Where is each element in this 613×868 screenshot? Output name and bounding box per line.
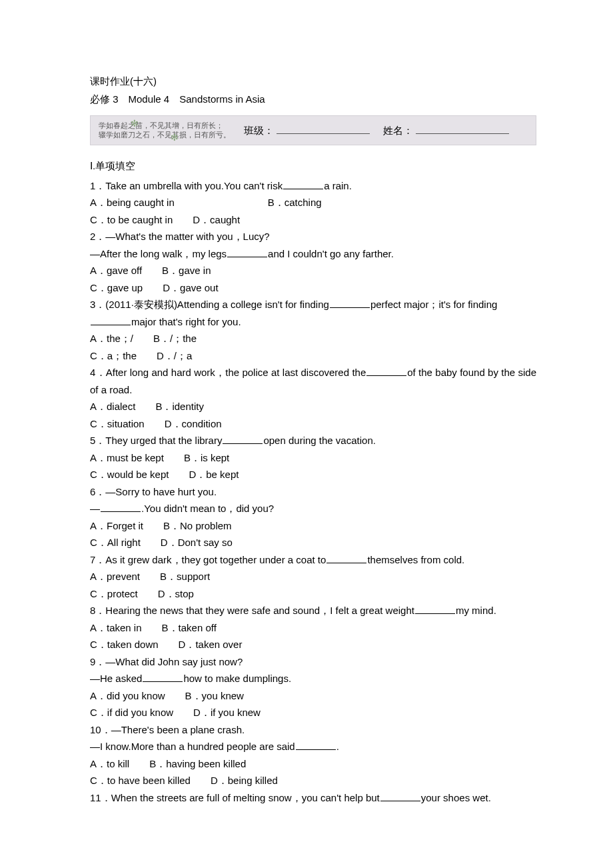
stem-text: —After the long walk，my legs: [90, 248, 227, 259]
option-a[interactable]: A．gave off: [90, 262, 142, 279]
option-row: A．dialectB．identity: [90, 398, 536, 415]
option-a[interactable]: A．did you know: [90, 687, 165, 705]
option-a[interactable]: A．Forget it: [90, 517, 143, 535]
fill-blank[interactable]: [223, 435, 263, 444]
option-b[interactable]: B．catching: [268, 194, 322, 211]
option-b[interactable]: B．having been killed: [149, 755, 246, 773]
banner-motto: 学如春起之苗，不见其增，日有所长； 辍学如磨刀之石，不见其损，日有所亏。: [99, 121, 244, 139]
question-4: 4．After long and hard work，the police at…: [90, 364, 536, 432]
option-c[interactable]: C．if did you know: [90, 704, 173, 721]
question-7: 7．As it grew dark，they got together unde…: [90, 551, 536, 603]
fill-blank[interactable]: [366, 367, 406, 376]
option-c[interactable]: C．All right: [90, 534, 141, 551]
option-row: A．must be keptB．is kept: [90, 449, 536, 467]
option-b[interactable]: B．identity: [155, 398, 204, 415]
option-c[interactable]: C．taken down: [90, 636, 159, 653]
question-9: 9．—What did John say just now?—He askedh…: [90, 653, 536, 721]
stem-text: ．Hearing the news that they were safe an…: [95, 605, 414, 616]
option-c[interactable]: C．would be kept: [90, 466, 169, 483]
fill-blank[interactable]: [143, 673, 183, 682]
stem-text: and I couldn't go any farther.: [268, 248, 394, 259]
stem-text: perfect major；it's for finding: [370, 299, 497, 310]
option-d[interactable]: D．caught: [193, 211, 240, 229]
fill-blank[interactable]: [380, 793, 420, 801]
option-row: C．situationD．condition: [90, 415, 536, 433]
question-6: 6．—Sorry to have hurt you.—.You didn't m…: [90, 483, 536, 551]
option-d[interactable]: D．be kept: [189, 466, 239, 483]
option-d[interactable]: D．taken over: [179, 636, 243, 653]
option-row: C．protectD．stop: [90, 585, 536, 603]
fill-blank[interactable]: [283, 181, 323, 189]
stem-text: —: [90, 503, 100, 514]
option-d[interactable]: D．stop: [158, 585, 194, 603]
option-row: A．being caught inB．catching: [90, 194, 536, 211]
class-field: 班级：: [244, 124, 370, 137]
option-c[interactable]: C．to be caught in: [90, 211, 173, 229]
option-a[interactable]: A．taken in: [90, 619, 142, 637]
question-stem: 1．Take an umbrella with you.You can't ri…: [90, 177, 536, 195]
option-row: A．did you knowB．you knew: [90, 687, 536, 705]
fill-blank[interactable]: [227, 249, 267, 257]
option-a[interactable]: A．must be kept: [90, 449, 164, 467]
option-c[interactable]: C．gave up: [90, 279, 143, 297]
option-row: C．if did you knowD．if you knew: [90, 704, 536, 721]
fill-blank[interactable]: [101, 503, 141, 512]
option-b[interactable]: B．No problem: [163, 517, 232, 535]
worksheet-subtitle: 必修 3 Module 4 Sandstorms in Asia: [90, 91, 536, 107]
fill-blank[interactable]: [296, 741, 336, 750]
question-stem: 2．—What's the matter with you，Lucy?: [90, 228, 536, 245]
fill-blank[interactable]: [330, 299, 370, 308]
question-stem-line2: major that's right for you.: [90, 313, 536, 331]
option-d[interactable]: D．if you knew: [193, 704, 261, 721]
option-a[interactable]: A．prevent: [90, 568, 140, 585]
name-input-line[interactable]: [416, 124, 509, 134]
option-a[interactable]: A．being caught in: [90, 194, 175, 211]
stem-text: your shoes wet.: [421, 792, 491, 803]
stem-text: themselves from cold.: [367, 554, 464, 565]
question-stem: 7．As it grew dark，they got together unde…: [90, 551, 536, 569]
option-row: C．to have been killedD．being killed: [90, 772, 536, 789]
option-d[interactable]: D．/；a: [157, 347, 192, 365]
fill-blank[interactable]: [326, 555, 366, 563]
fill-blank[interactable]: [415, 605, 455, 614]
option-row: A．gave offB．gave in: [90, 262, 536, 279]
option-d[interactable]: D．condition: [165, 415, 222, 433]
option-d[interactable]: D．gave out: [163, 279, 218, 297]
option-b[interactable]: B．/；the: [153, 330, 197, 347]
question-number: 11: [90, 792, 101, 803]
option-b[interactable]: B．gave in: [162, 262, 211, 279]
option-d[interactable]: D．being killed: [211, 772, 278, 789]
option-c[interactable]: C．protect: [90, 585, 138, 603]
motto-line-2: 辍学如磨刀之石，不见其损，日有所亏。: [99, 131, 231, 140]
option-a[interactable]: A．to kill: [90, 755, 129, 773]
option-c[interactable]: C．situation: [90, 415, 145, 433]
question-number: 10: [90, 724, 101, 735]
option-a[interactable]: A．the；/: [90, 330, 133, 347]
class-label: 班级：: [244, 124, 274, 137]
question-stem: 8．Hearing the news that they were safe a…: [90, 602, 536, 619]
option-b[interactable]: B．you knew: [185, 687, 244, 705]
option-b[interactable]: B．support: [160, 568, 210, 585]
option-d[interactable]: D．Don't say so: [161, 534, 233, 551]
question-stem-line2: —After the long walk，my legsand I couldn…: [90, 245, 536, 263]
question-stem-line2: —.You didn't mean to，did you?: [90, 500, 536, 517]
option-row: C．a；theD．/；a: [90, 347, 536, 365]
stem-text: ．As it grew dark，they got together under…: [95, 554, 326, 565]
option-c[interactable]: C．to have been killed: [90, 772, 191, 789]
fill-blank[interactable]: [91, 317, 131, 325]
question-stem: 10．—There's been a plane crash.: [90, 721, 536, 739]
option-row: A．Forget itB．No problem: [90, 517, 536, 535]
option-a[interactable]: A．dialect: [90, 398, 135, 415]
option-row: C．taken downD．taken over: [90, 636, 536, 653]
option-c[interactable]: C．a；the: [90, 347, 137, 365]
name-label: 姓名：: [383, 124, 413, 137]
stem-text: —I know.More than a hundred people are s…: [90, 741, 295, 752]
stem-text: ．—Sorry to have hurt you.: [95, 486, 217, 497]
class-input-line[interactable]: [277, 124, 370, 134]
option-row: C．to be caught inD．caught: [90, 211, 536, 229]
option-b[interactable]: B．taken off: [162, 619, 217, 637]
question-stem: 5．They urged that the libraryopen during…: [90, 432, 536, 449]
option-b[interactable]: B．is kept: [184, 449, 229, 467]
question-1: 1．Take an umbrella with you.You can't ri…: [90, 177, 536, 229]
stem-text: my mind.: [456, 605, 496, 616]
